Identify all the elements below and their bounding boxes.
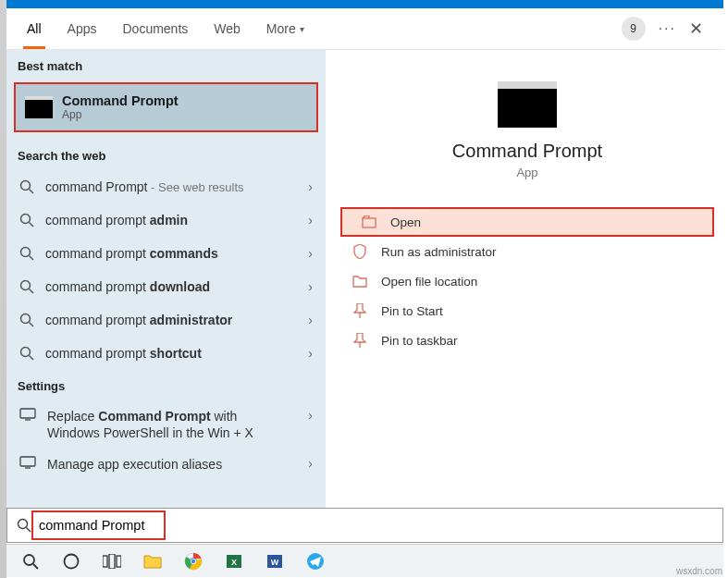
search-icon xyxy=(19,279,34,294)
svg-line-20 xyxy=(33,564,38,569)
web-result[interactable]: command prompt commands › xyxy=(6,237,326,270)
settings-result[interactable]: Manage app execution aliases › xyxy=(6,449,326,480)
desktop-edge xyxy=(0,0,6,578)
settings-result-text: Replace Command Prompt withWindows Power… xyxy=(47,408,297,441)
results-pane: Best match Command Prompt App Search the… xyxy=(6,50,326,508)
notification-badge[interactable]: 9 xyxy=(622,17,646,41)
watermark: wsxdn.com xyxy=(676,566,722,576)
tab-web[interactable]: Web xyxy=(201,8,253,49)
web-result[interactable]: command prompt admin › xyxy=(6,203,326,237)
chevron-right-icon: › xyxy=(308,213,313,228)
web-result[interactable]: command prompt administrator › xyxy=(6,303,326,337)
svg-text:X: X xyxy=(231,558,237,567)
pin-taskbar-icon xyxy=(352,333,368,348)
tab-all[interactable]: All xyxy=(14,8,55,49)
chevron-right-icon: › xyxy=(308,179,313,194)
search-icon xyxy=(19,346,34,361)
settings-result-text: Manage app execution aliases xyxy=(47,456,297,473)
action-open[interactable]: Open xyxy=(340,207,714,237)
search-box[interactable] xyxy=(6,508,723,543)
tab-more-label: More xyxy=(266,21,296,36)
command-prompt-preview-icon xyxy=(498,81,557,128)
search-input[interactable] xyxy=(39,518,713,533)
chevron-right-icon: › xyxy=(308,279,313,294)
svg-point-0 xyxy=(21,181,31,191)
tab-apps[interactable]: Apps xyxy=(55,8,110,49)
taskbar-explorer-icon[interactable] xyxy=(134,547,171,575)
settings-icon xyxy=(19,408,36,421)
search-icon xyxy=(19,246,34,261)
action-pin-taskbar-label: Pin to taskbar xyxy=(381,334,458,348)
svg-rect-12 xyxy=(20,409,35,418)
taskbar-word-icon[interactable]: W xyxy=(256,547,293,575)
action-file-location-label: Open file location xyxy=(381,275,477,289)
taskbar-excel-icon[interactable]: X xyxy=(216,547,253,575)
svg-line-11 xyxy=(30,356,34,361)
section-search-web: Search the web xyxy=(6,140,326,170)
more-options-icon[interactable]: ··· xyxy=(659,20,676,37)
chevron-right-icon: › xyxy=(308,456,313,471)
taskbar: X W xyxy=(6,544,723,577)
action-run-admin[interactable]: Run as administrator xyxy=(333,237,722,266)
svg-point-17 xyxy=(19,520,28,529)
svg-rect-24 xyxy=(117,556,121,567)
taskbar-cortana-icon[interactable] xyxy=(53,547,90,575)
action-run-admin-label: Run as administrator xyxy=(381,245,497,259)
taskbar-telegram-icon[interactable] xyxy=(297,547,334,575)
svg-point-4 xyxy=(21,248,31,257)
svg-point-19 xyxy=(24,555,34,565)
search-icon xyxy=(17,518,31,533)
search-icon xyxy=(19,213,34,228)
svg-rect-16 xyxy=(363,218,376,228)
svg-line-1 xyxy=(30,190,34,194)
web-result[interactable]: command prompt shortcut › xyxy=(6,337,326,370)
shield-icon xyxy=(352,244,368,259)
web-result-text: command prompt administrator xyxy=(45,313,297,327)
web-result[interactable]: command prompt download › xyxy=(6,270,326,303)
svg-text:W: W xyxy=(271,558,279,567)
svg-line-18 xyxy=(27,528,31,533)
svg-point-28 xyxy=(191,559,195,562)
preview-pane: Command Prompt App Open Run as administr… xyxy=(333,57,722,506)
web-result[interactable]: command Prompt - See web results › xyxy=(6,170,326,203)
close-icon[interactable]: ✕ xyxy=(689,18,703,39)
chevron-right-icon: › xyxy=(308,346,313,361)
svg-point-10 xyxy=(21,348,31,357)
search-icon xyxy=(19,179,34,194)
preview-title: Command Prompt xyxy=(333,141,722,162)
svg-line-5 xyxy=(30,256,34,261)
tab-more[interactable]: More ▾ xyxy=(253,8,317,49)
action-open-label: Open xyxy=(390,215,421,229)
open-icon xyxy=(361,215,377,229)
svg-line-9 xyxy=(30,323,34,327)
svg-line-3 xyxy=(30,223,34,228)
web-result-text: command prompt download xyxy=(45,279,297,294)
best-match-title: Command Prompt xyxy=(62,93,179,108)
web-result-text: command prompt shortcut xyxy=(45,346,297,361)
web-result-text: command prompt commands xyxy=(45,246,297,261)
svg-line-7 xyxy=(30,289,34,294)
action-pin-taskbar[interactable]: Pin to taskbar xyxy=(333,326,722,355)
action-pin-start-label: Pin to Start xyxy=(381,304,443,318)
section-best-match: Best match xyxy=(6,50,326,80)
best-match-result[interactable]: Command Prompt App xyxy=(14,82,318,132)
tab-documents[interactable]: Documents xyxy=(109,8,201,49)
svg-rect-14 xyxy=(20,457,35,466)
web-result-text: command prompt admin xyxy=(45,213,297,228)
svg-rect-23 xyxy=(109,554,115,569)
taskbar-chrome-icon[interactable] xyxy=(175,547,212,575)
svg-point-2 xyxy=(21,215,31,224)
svg-point-21 xyxy=(65,554,79,568)
settings-result[interactable]: Replace Command Prompt withWindows Power… xyxy=(6,400,326,449)
taskbar-taskview-icon[interactable] xyxy=(93,547,130,575)
preview-subtitle: App xyxy=(333,166,722,179)
taskbar-search-icon[interactable] xyxy=(12,547,49,575)
search-icon xyxy=(19,313,34,327)
chevron-down-icon: ▾ xyxy=(300,24,304,34)
web-result-text: command Prompt - See web results xyxy=(45,179,297,194)
action-pin-start[interactable]: Pin to Start xyxy=(333,296,722,326)
chevron-right-icon: › xyxy=(308,408,313,423)
chevron-right-icon: › xyxy=(308,313,313,327)
best-match-subtitle: App xyxy=(62,108,179,121)
action-file-location[interactable]: Open file location xyxy=(333,266,722,296)
